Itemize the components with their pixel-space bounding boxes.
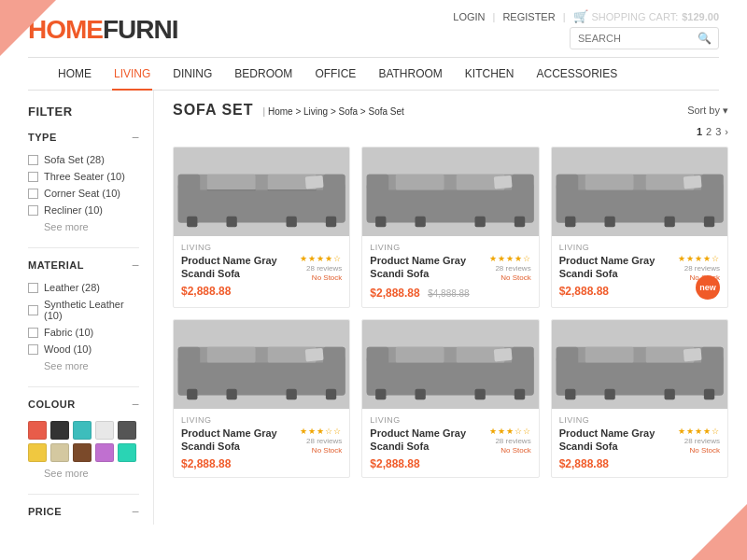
filter-material-collapse[interactable]: − xyxy=(132,258,139,273)
product-area: SOFA SET | Home > Living > Sofa > Sofa S… xyxy=(154,91,747,525)
product-info-1: LIVING Product Name GrayScandi Sofa ★★★★… xyxy=(174,236,349,304)
svg-rect-23 xyxy=(494,175,513,189)
filter-type-collapse[interactable]: − xyxy=(132,130,139,145)
product-image-2 xyxy=(362,147,538,236)
svg-rect-8 xyxy=(207,175,256,190)
filter-colour-collapse[interactable]: − xyxy=(132,397,139,412)
nav-home[interactable]: HOME xyxy=(56,58,93,90)
swatch-purple[interactable] xyxy=(95,443,114,462)
product-stock-2: No Stock xyxy=(500,273,530,282)
product-stars-5: ★★★☆☆ xyxy=(489,427,531,436)
page-next[interactable]: › xyxy=(725,126,728,137)
nav-dining[interactable]: DINING xyxy=(171,58,214,90)
filter-material-synthetic[interactable]: Synthetic Leather (10) xyxy=(28,299,139,321)
checkbox-three-seater[interactable] xyxy=(28,172,38,182)
product-card-3[interactable]: LIVING Product Name GrayScandi Sofa ★★★★… xyxy=(551,147,728,308)
main-nav: HOME LIVING DINING BEDROOM OFFICE BATHRO… xyxy=(28,57,719,91)
swatch-beige[interactable] xyxy=(50,443,69,462)
search-button[interactable]: 🔍 xyxy=(692,28,717,49)
product-category-2: LIVING xyxy=(370,243,530,252)
sort-by-button[interactable]: Sort by ▾ xyxy=(687,105,728,117)
product-card-2[interactable]: LIVING Product Name GrayScandi Sofa ★★★★… xyxy=(361,147,539,308)
svg-rect-45 xyxy=(305,348,324,362)
login-link[interactable]: LOGIN xyxy=(453,11,485,22)
swatch-black[interactable] xyxy=(50,421,69,440)
product-reviews-6: 28 reviews xyxy=(684,437,720,445)
filter-type-three-seater[interactable]: Three Seater (10) xyxy=(28,171,139,182)
filter-material-see-more[interactable]: See more xyxy=(44,360,139,371)
product-card-4[interactable]: LIVING Product Name GrayScandi Sofa ★★★☆… xyxy=(173,319,350,478)
svg-rect-67 xyxy=(683,348,701,362)
svg-rect-5 xyxy=(326,217,336,227)
product-info-5: LIVING Product Name GrayScandi Sofa ★★★☆… xyxy=(362,409,538,477)
product-price-6: $2,888.88 xyxy=(559,457,720,470)
swatch-yellow[interactable] xyxy=(28,443,47,462)
checkbox-corner-seat[interactable] xyxy=(28,189,38,199)
nav-accessories[interactable]: ACCESSORIES xyxy=(535,58,620,90)
product-stock-4: No Stock xyxy=(312,446,342,455)
color-swatches xyxy=(28,421,139,462)
nav-office[interactable]: OFFICE xyxy=(313,58,358,90)
svg-rect-27 xyxy=(701,175,724,223)
nav-bathroom[interactable]: BATHROOM xyxy=(376,58,444,90)
search-bar: 🔍 xyxy=(570,27,719,49)
header-top: HOMEFURNI LOGIN | REGISTER | 🛒 SHOPPING … xyxy=(28,9,719,49)
page-3[interactable]: 3 xyxy=(715,126,721,137)
cart-link[interactable]: 🛒 SHOPPING CART: $129.00 xyxy=(573,9,719,23)
product-image-3 xyxy=(552,147,727,236)
svg-rect-30 xyxy=(604,217,614,227)
product-category-5: LIVING xyxy=(370,415,530,425)
checkbox-sofa-set[interactable] xyxy=(28,155,38,165)
svg-rect-40 xyxy=(326,389,336,399)
product-stars-2: ★★★★☆ xyxy=(489,254,531,263)
filter-type-see-more[interactable]: See more xyxy=(44,221,139,232)
logo-furni: FURNI xyxy=(103,15,178,44)
svg-rect-17 xyxy=(375,217,386,227)
product-card-5[interactable]: LIVING Product Name GrayScandi Sofa ★★★☆… xyxy=(361,319,539,478)
product-reviews-2: 28 reviews xyxy=(495,264,530,273)
register-link[interactable]: REGISTER xyxy=(502,11,555,22)
product-stock-5: No Stock xyxy=(500,446,530,455)
product-card-1[interactable]: LIVING Product Name GrayScandi Sofa ★★★★… xyxy=(173,147,350,308)
filter-type-recliner[interactable]: Recliner (10) xyxy=(28,204,139,216)
cart-price: $129.00 xyxy=(682,11,719,22)
swatch-red[interactable] xyxy=(28,421,47,440)
product-price-old-2: $4,888.88 xyxy=(428,288,470,299)
svg-rect-26 xyxy=(556,175,578,223)
svg-rect-61 xyxy=(565,389,575,399)
checkbox-recliner[interactable] xyxy=(28,205,38,216)
nav-living[interactable]: LIVING xyxy=(112,58,152,90)
filter-type-corner-seat[interactable]: Corner Seat (10) xyxy=(28,188,139,199)
product-reviews-3: 28 reviews xyxy=(684,264,720,273)
product-name-3: Product Name GrayScandi Sofa xyxy=(559,254,655,281)
svg-rect-39 xyxy=(187,389,197,399)
svg-rect-6 xyxy=(226,217,236,227)
swatch-brown[interactable] xyxy=(73,443,92,462)
svg-rect-34 xyxy=(683,175,701,189)
product-header: SOFA SET | Home > Living > Sofa > Sofa S… xyxy=(173,102,728,119)
swatch-white[interactable] xyxy=(95,421,114,440)
page-2[interactable]: 2 xyxy=(706,126,712,137)
nav-bedroom[interactable]: BEDROOM xyxy=(233,58,294,90)
svg-rect-32 xyxy=(585,175,633,190)
svg-rect-53 xyxy=(475,389,486,399)
svg-rect-60 xyxy=(701,347,724,396)
filter-material-fabric[interactable]: Fabric (10) xyxy=(28,327,139,338)
product-price-5: $2,888.88 xyxy=(370,457,530,470)
filter-material: MATERIAL − Leather (28) Synthetic Leathe… xyxy=(28,258,139,371)
swatch-teal[interactable] xyxy=(73,421,92,440)
filter-colour-see-more[interactable]: See more xyxy=(44,468,139,479)
search-input[interactable] xyxy=(571,29,692,48)
product-card-6[interactable]: LIVING Product Name GrayScandi Sofa ★★★★… xyxy=(551,319,728,478)
filter-title: FILTER xyxy=(28,105,139,119)
swatch-dark-gray[interactable] xyxy=(118,421,136,440)
nav-kitchen[interactable]: KITCHEN xyxy=(463,58,516,90)
filter-type-sofa-set[interactable]: Sofa Set (28) xyxy=(28,154,139,165)
page-1[interactable]: 1 xyxy=(697,126,702,137)
filter-material-wood[interactable]: Wood (10) xyxy=(28,343,139,355)
filter-material-leather[interactable]: Leather (28) xyxy=(28,282,139,293)
product-price-4: $2,888.88 xyxy=(181,457,342,470)
svg-rect-18 xyxy=(514,217,525,227)
swatch-mint[interactable] xyxy=(118,443,136,462)
filter-price-collapse[interactable]: − xyxy=(132,504,139,519)
